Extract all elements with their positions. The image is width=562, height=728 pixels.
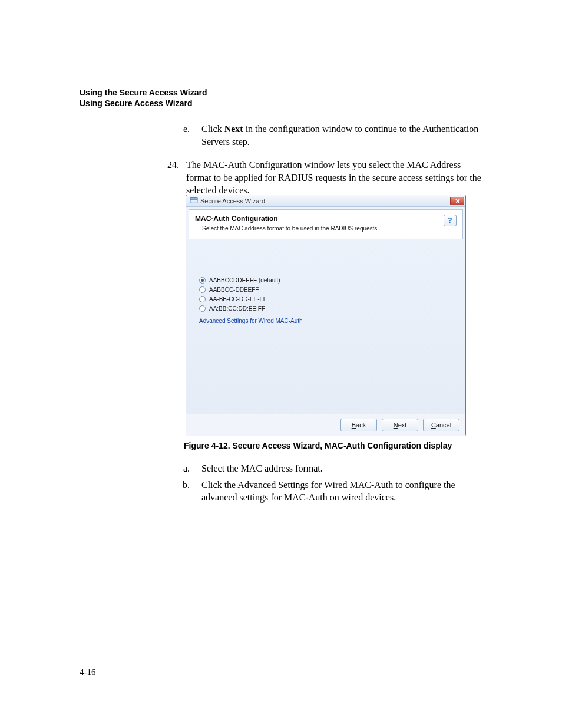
radio-option-1[interactable]: AABBCC-DDEEFF — [199, 286, 458, 293]
radio-label: AABBCC-DDEEFF — [209, 286, 259, 293]
dialog-header-panel: MAC-Auth Configuration Select the MAC ad… — [189, 209, 463, 239]
figure-caption: Figure 4-12. Secure Access Wizard, MAC-A… — [184, 441, 452, 450]
cancel-button[interactable]: Cancel — [423, 419, 459, 431]
dialog-panel-subtitle: Select the MAC address format to be used… — [195, 225, 379, 232]
page-header: Using the Secure Access Wizard Using Sec… — [80, 87, 207, 108]
step-e-prefix: Click — [201, 124, 224, 134]
step-e-body: Click Next in the configuration window t… — [201, 123, 482, 148]
help-icon: ? — [448, 216, 452, 225]
radio-option-2[interactable]: AA-BB-CC-DD-EE-FF — [199, 296, 458, 302]
radio-label: AABBCCDDEEFF (default) — [209, 277, 280, 284]
footer-rule — [80, 660, 484, 660]
step-a-marker: a. — [177, 462, 190, 475]
step-a-body: Select the MAC address format. — [201, 462, 323, 475]
dialog-button-bar: Back Next Cancel — [186, 414, 465, 436]
dialog-panel-title: MAC-Auth Configuration — [195, 215, 379, 223]
svg-rect-1 — [190, 197, 197, 199]
page-header-line1: Using the Secure Access Wizard — [80, 87, 207, 98]
step-24: 24. The MAC-Auth Configuration window le… — [163, 159, 482, 197]
step-24-body: The MAC-Auth Configuration window lets y… — [186, 159, 482, 197]
radio-icon — [199, 305, 206, 312]
help-button[interactable]: ? — [444, 215, 457, 226]
radio-icon — [199, 286, 206, 293]
page-number: 4-16 — [80, 667, 96, 677]
step-e-suffix: in the configuration window to continue … — [201, 124, 478, 147]
radio-label: AA-BB-CC-DD-EE-FF — [209, 296, 267, 302]
step-b-marker: b. — [177, 479, 190, 504]
step-b-body: Click the Advanced Settings for Wired MA… — [201, 479, 482, 504]
step-e: e. Click Next in the configuration windo… — [177, 123, 482, 148]
radio-icon — [199, 296, 206, 302]
wizard-icon — [190, 197, 198, 205]
radio-option-3[interactable]: AA:BB:CC:DD:EE:FF — [199, 305, 458, 312]
radio-label: AA:BB:CC:DD:EE:FF — [209, 305, 265, 312]
back-button[interactable]: Back — [340, 419, 377, 431]
dialog-body: AABBCCDDEEFF (default) AABBCC-DDEEFF AA-… — [186, 242, 465, 414]
advanced-settings-link[interactable]: Advanced Settings for Wired MAC-Auth — [199, 318, 303, 324]
figure-dialog-wrap: Secure Access Wizard MAC-Auth Configurat… — [186, 195, 466, 436]
step-a: a. Select the MAC address format. — [177, 462, 482, 475]
dialog-title: Secure Access Wizard — [200, 197, 265, 205]
step-b: b. Click the Advanced Settings for Wired… — [177, 479, 482, 504]
close-button[interactable] — [450, 197, 464, 205]
next-button[interactable]: Next — [382, 419, 418, 431]
radio-option-0[interactable]: AABBCCDDEEFF (default) — [199, 277, 458, 284]
step-24-marker: 24. — [163, 159, 179, 197]
dialog-titlebar: Secure Access Wizard — [186, 195, 465, 207]
titlebar-left: Secure Access Wizard — [190, 197, 265, 205]
secure-access-wizard-dialog: Secure Access Wizard MAC-Auth Configurat… — [186, 195, 466, 436]
step-e-bold: Next — [224, 124, 243, 134]
radio-icon — [199, 277, 206, 284]
step-e-marker: e. — [177, 123, 190, 148]
page-header-line2: Using Secure Access Wizard — [80, 98, 207, 108]
